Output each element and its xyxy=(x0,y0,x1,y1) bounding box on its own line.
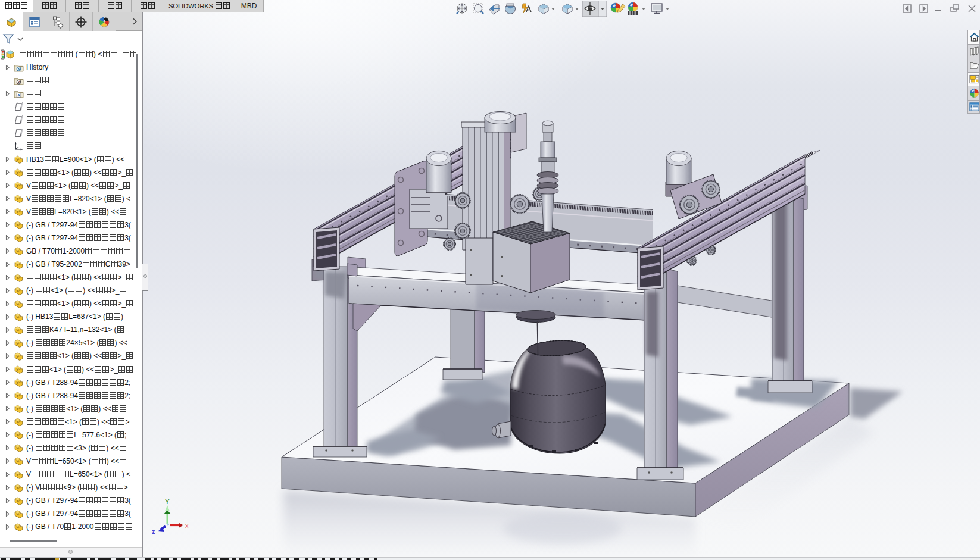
svg-text:A: A xyxy=(17,93,20,97)
svg-text:z: z xyxy=(152,528,155,535)
svg-text:x: x xyxy=(185,522,189,529)
svg-text:Y: Y xyxy=(165,498,170,505)
